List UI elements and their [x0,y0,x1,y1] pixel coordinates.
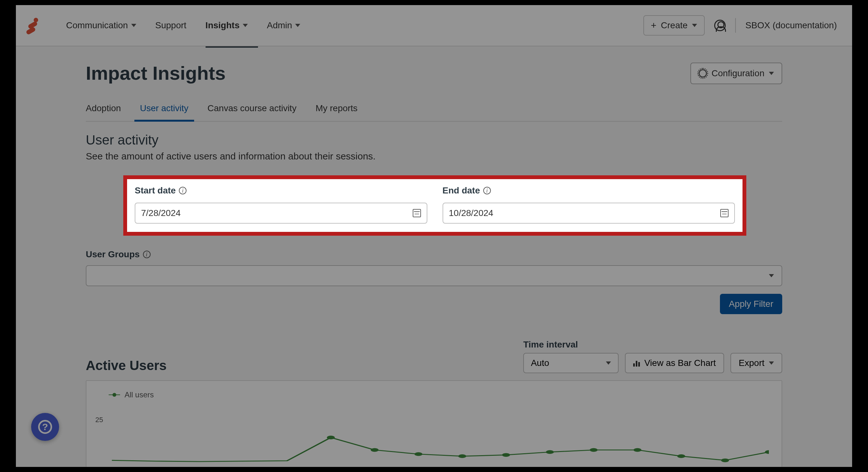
view-as-bar-chart-button[interactable]: View as Bar Chart [625,353,724,373]
nav-admin[interactable]: Admin [267,18,300,33]
svg-point-6 [590,448,598,452]
chevron-down-icon [769,361,774,365]
nav-links: Communication Support Insights Admin [66,18,643,33]
nav-communication[interactable]: Communication [66,18,136,33]
info-icon[interactable]: i [143,251,151,258]
start-date-label: Start datei [135,186,427,196]
start-date-input[interactable] [135,203,427,224]
separator [735,18,736,33]
chevron-down-icon [692,24,697,27]
legend-marker-icon [108,395,120,395]
info-icon[interactable]: i [179,187,186,194]
question-icon: ? [38,420,52,434]
section-desc: See the amount of active users and infor… [86,151,782,162]
calendar-icon[interactable] [413,209,421,217]
active-users-chart: All users 25 20 [86,380,782,467]
date-filter-highlight: Start datei End datei [123,175,746,236]
svg-point-5 [546,450,554,454]
calendar-icon[interactable] [720,209,728,217]
user-icon[interactable] [714,20,726,31]
svg-point-8 [677,454,685,458]
tab-adoption[interactable]: Adoption [86,100,121,121]
svg-point-9 [721,458,729,462]
end-date-label: End datei [442,186,735,196]
chevron-down-icon [295,24,300,27]
tab-canvas-course-activity[interactable]: Canvas course activity [208,100,297,121]
svg-point-10 [765,450,769,454]
chevron-down-icon [769,72,774,75]
section-title: User activity [86,132,782,148]
nav-insights[interactable]: Insights [206,18,248,33]
y-axis-labels: 25 20 [95,416,103,467]
chevron-down-icon [131,24,136,27]
nav-right: +Create SBOX (documentation) [643,15,837,36]
chart-plot [112,413,769,467]
nav-support[interactable]: Support [155,18,186,33]
org-label[interactable]: SBOX (documentation) [745,20,837,31]
chevron-down-icon [606,361,611,365]
end-date-input[interactable] [442,203,735,224]
info-icon[interactable]: i [483,187,491,194]
help-fab[interactable]: ? [31,413,59,441]
tab-user-activity[interactable]: User activity [140,100,188,121]
configuration-button[interactable]: Configuration [690,63,782,84]
svg-point-1 [371,448,379,452]
chevron-down-icon [243,24,248,27]
create-button[interactable]: +Create [643,15,705,36]
end-date-field[interactable] [449,208,720,218]
time-interval-select[interactable]: Auto [523,353,619,373]
chevron-down-icon [769,274,774,277]
chart-legend: All users [108,390,769,399]
user-groups-select[interactable] [86,265,782,286]
top-nav: Communication Support Insights Admin +Cr… [16,5,852,46]
user-groups-label: User Groupsi [86,249,782,259]
export-button[interactable]: Export [731,353,782,373]
gear-icon [699,69,707,77]
page-title: Impact Insights [86,62,225,84]
tab-my-reports[interactable]: My reports [315,100,358,121]
svg-point-0 [327,436,335,440]
apply-filter-button[interactable]: Apply Filter [720,294,782,314]
page-body: Impact Insights Configuration Adoption U… [16,46,852,467]
time-interval-label: Time interval [523,340,619,350]
active-users-title: Active Users [86,358,166,373]
tabs: Adoption User activity Canvas course act… [86,100,782,122]
svg-point-7 [633,448,642,452]
brand-logo [25,18,41,33]
plus-icon: + [651,21,657,30]
svg-point-3 [459,454,466,458]
bar-chart-icon [633,359,640,367]
svg-point-2 [414,452,423,456]
svg-point-4 [502,453,510,457]
start-date-field[interactable] [141,208,413,218]
